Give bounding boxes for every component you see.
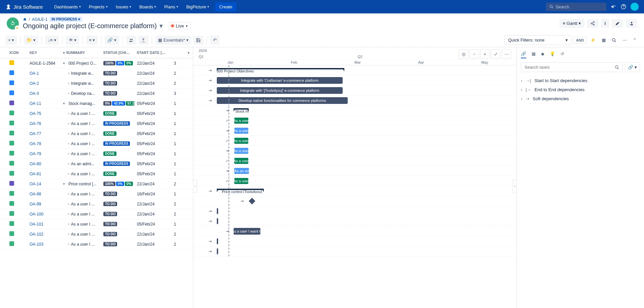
create-button[interactable]: Create (215, 2, 236, 11)
table-row[interactable]: OA-79• As a user I ...DONE05/Feb/241 (0, 149, 193, 159)
task-bar[interactable]: Integrate with '[Tools4you]' e-commerce … (217, 87, 343, 94)
table-row[interactable]: OA-102• As a user I ...TO DO22/Jan/242 (0, 229, 193, 239)
issue-summary[interactable]: • As a user I ... (60, 222, 101, 227)
issue-date[interactable]: 22/Jan/24 (134, 91, 171, 96)
issue-date[interactable]: 22/Jan/24 (134, 71, 171, 76)
issue-date[interactable]: 05/Feb/24 (134, 172, 171, 176)
gantt-row[interactable]: ⇥ (193, 216, 516, 226)
issue-status[interactable]: DONE (101, 172, 134, 176)
gantt-row[interactable]: ⇥Integrate with 'Craftsman' e-commerce p… (193, 75, 516, 85)
issue-summary[interactable]: • As a user I ... (60, 191, 101, 197)
issue-date[interactable]: 05/Feb/24 (134, 222, 171, 227)
nav-plans[interactable]: Plans ▾ (161, 2, 182, 11)
target-button[interactable]: ◎ (459, 49, 468, 59)
table-row[interactable]: AGILE-1-2584▾ 000 Project O...100%0%0%22… (0, 58, 193, 68)
issue-status[interactable]: TO DO (101, 242, 134, 246)
issue-date[interactable]: 22/Jan/24 (134, 81, 171, 86)
issue-summary[interactable]: • As a user I ... (60, 232, 101, 237)
task-bar[interactable] (217, 208, 218, 214)
issue-key[interactable]: OA-103 (27, 242, 60, 247)
issue-date[interactable]: 22/Jan/24 (134, 242, 171, 247)
task-bar[interactable]: As a user (234, 178, 248, 184)
gantt-row[interactable]: ⇥ (193, 196, 516, 206)
issue-status[interactable]: 100%0%0% (101, 182, 134, 186)
issue-date[interactable]: 05/Feb/24 (134, 111, 171, 116)
issue-key[interactable]: OA-75 (27, 111, 60, 116)
gantt-row[interactable]: ⇥ (193, 206, 516, 216)
issue-date[interactable]: 22/Jan/24 (134, 212, 171, 217)
dependency-group[interactable]: ›⇢Soft dependencies (521, 94, 640, 103)
and-toggle[interactable]: AND (574, 37, 586, 44)
issue-key[interactable]: OA-1 (27, 71, 60, 76)
issue-status[interactable]: TO DO (101, 232, 134, 236)
collapse-icon[interactable]: ⌃ (631, 36, 639, 45)
collapse-left-button[interactable]: ‹ (193, 180, 197, 193)
issue-key[interactable]: OA-79 (27, 151, 60, 156)
issue-status[interactable]: TO DO (101, 81, 134, 85)
issue-key[interactable]: OA-100 (27, 212, 60, 217)
issue-summary[interactable]: ▾ 000 Project O... (60, 61, 101, 66)
task-bar[interactable]: As a user (234, 118, 248, 124)
issue-status[interactable]: IN PROGRESS (101, 141, 134, 146)
user-button[interactable] (626, 19, 637, 28)
issue-summary[interactable]: • Integrate w... (60, 81, 101, 86)
nav-bigpicture[interactable]: BigPicture ▾ (183, 2, 212, 11)
issue-summary[interactable]: • As a user I ... (60, 141, 101, 146)
announce-icon[interactable] (610, 4, 616, 10)
product-logo[interactable]: Jira Software (5, 4, 43, 10)
gantt-row[interactable]: ⇥As an ad (193, 166, 516, 176)
table-row[interactable]: OA-103• As a user I ...TO DO22/Jan/242 (0, 239, 193, 249)
gantt-chart[interactable]: ‹ › ◎ − + ⤢ ⋯ 2024 Q1Q2 JanFebMarAprMay … (193, 47, 516, 308)
issue-summary[interactable]: • As a user I ... (60, 171, 101, 177)
global-search[interactable] (546, 3, 606, 11)
table-row[interactable]: OA-77• As a user I ...DONE05/Feb/241 (0, 129, 193, 139)
info-button[interactable]: i (601, 19, 609, 28)
zoom-in-button[interactable]: + (480, 49, 490, 59)
issue-status[interactable]: IN PROGRESS (101, 162, 134, 166)
issue-key[interactable]: OA-80 (27, 162, 60, 166)
issue-key[interactable]: OA-78 (27, 141, 60, 146)
gantt-row[interactable]: ⇥000 Project Objectives (193, 65, 516, 75)
gantt-row[interactable]: ⇥Develop native functionalities for comm… (193, 96, 516, 106)
dependency-group[interactable]: ›|→End to End dependencies (521, 85, 640, 94)
link-button[interactable]: 🔗 ▾ (105, 36, 119, 45)
milestone[interactable] (249, 198, 255, 204)
gantt-view-button[interactable]: ≡ Gantt ▾ (559, 19, 584, 28)
link-dropdown-button[interactable]: 🔗 ▾ (625, 62, 640, 72)
issue-date[interactable]: 05/Feb/24 (134, 151, 171, 156)
summary-bar[interactable]: Stock ma (234, 108, 249, 113)
issue-summary[interactable]: • As a user I ... (60, 242, 101, 247)
undo-button[interactable]: ↶ (210, 36, 219, 45)
gantt-row[interactable]: ⇥Integrate with '[Tools4you]' e-commerce… (193, 85, 516, 96)
issue-key[interactable]: OA-99 (27, 202, 60, 206)
issue-status[interactable]: DONE (101, 131, 134, 136)
issue-date[interactable]: 16/Feb/24 (134, 192, 171, 196)
user-avatar[interactable] (631, 3, 639, 11)
col-key[interactable]: KEY (27, 47, 60, 58)
issue-summary[interactable]: • As a user I ... (60, 201, 101, 207)
issue-status[interactable]: TO DO (101, 212, 134, 216)
issue-key[interactable]: OA-3 (27, 91, 60, 96)
issue-key[interactable]: OA-11 (27, 101, 60, 106)
issue-key[interactable]: AGILE-1-2584 (27, 61, 60, 66)
table-row[interactable]: OA-76• As a user I ...IN PROGRESS05/Feb/… (0, 119, 193, 129)
chevron-down-icon[interactable]: ▾ (159, 22, 163, 30)
task-bar[interactable]: As a user (234, 148, 248, 154)
nav-projects[interactable]: Projects ▾ (86, 2, 111, 11)
task-bar[interactable] (217, 238, 218, 244)
gantt-row[interactable]: ⇥As a user (193, 126, 516, 136)
task-search-input[interactable] (525, 65, 615, 70)
issue-summary[interactable]: ▾ Price control [... (60, 182, 101, 186)
issue-summary[interactable]: ▾ Stock manag... (60, 101, 101, 106)
issue-key[interactable]: OA-2 (27, 81, 60, 86)
history-tab[interactable]: ↺ (560, 51, 564, 58)
issue-date[interactable]: 05/Feb/24 (134, 131, 171, 136)
issue-summary[interactable]: • As a user I ... (60, 211, 101, 217)
more-button[interactable]: ⋯ (502, 49, 511, 59)
calendar-icon[interactable]: ▦ (600, 36, 608, 45)
bolt-icon[interactable]: ⚡ (588, 36, 598, 45)
table-row[interactable]: OA-14▾ Price control [...100%0%0%22/Jan/… (0, 179, 193, 189)
link-tab[interactable]: 🔗 (521, 51, 526, 58)
box-tab[interactable]: ▦ (532, 51, 536, 58)
summary-bar[interactable]: Price control [Tools4you] (217, 189, 264, 193)
